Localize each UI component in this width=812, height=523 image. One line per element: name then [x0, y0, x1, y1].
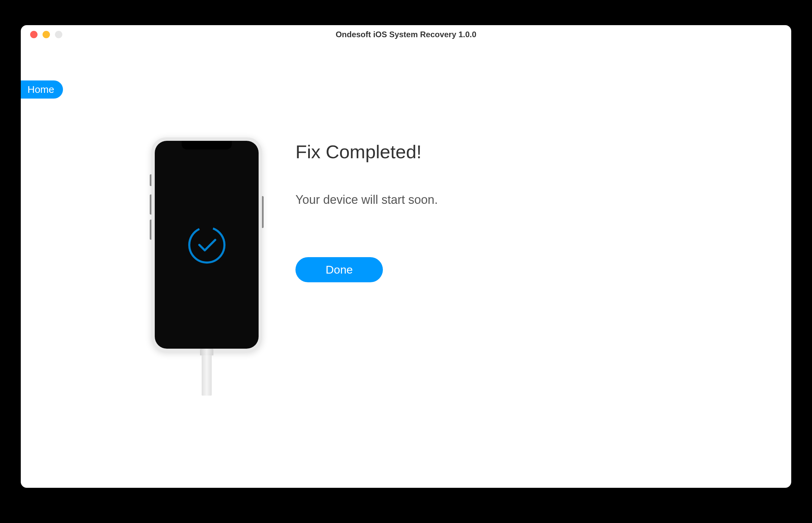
- phone-volume-down-icon: [150, 220, 151, 240]
- main-content: Fix Completed! Your device will start so…: [21, 43, 791, 396]
- phone-frame: [151, 138, 262, 352]
- device-illustration: [151, 138, 262, 396]
- phone-screen: [155, 141, 259, 349]
- phone-volume-up-icon: [150, 195, 151, 215]
- titlebar: Ondesoft iOS System Recovery 1.0.0: [21, 25, 791, 43]
- status-heading: Fix Completed!: [296, 141, 438, 163]
- maximize-window-button[interactable]: [55, 31, 62, 38]
- phone-mute-switch-icon: [150, 174, 151, 186]
- window-title: Ondesoft iOS System Recovery 1.0.0: [21, 30, 791, 39]
- done-button[interactable]: Done: [296, 257, 383, 282]
- app-window: Ondesoft iOS System Recovery 1.0.0 Home: [21, 25, 791, 488]
- phone-notch-icon: [182, 141, 232, 149]
- cable-connector-icon: [200, 349, 213, 355]
- success-checkmark-icon: [186, 224, 228, 266]
- status-subtext: Your device will start soon.: [296, 193, 438, 207]
- svg-point-0: [189, 227, 224, 263]
- close-window-button[interactable]: [30, 31, 38, 38]
- home-button[interactable]: Home: [21, 80, 63, 98]
- cable-icon: [202, 352, 212, 396]
- minimize-window-button[interactable]: [42, 31, 50, 38]
- traffic-lights: [21, 31, 62, 38]
- status-text-block: Fix Completed! Your device will start so…: [296, 138, 438, 396]
- phone-power-button-icon: [262, 196, 264, 228]
